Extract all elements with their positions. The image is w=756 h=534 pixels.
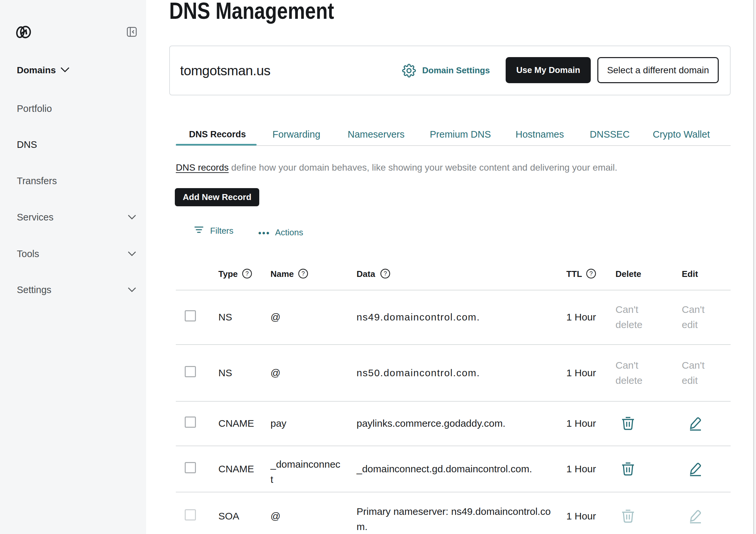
svg-text:?: ?	[384, 270, 387, 277]
svg-text:?: ?	[301, 270, 305, 277]
svg-text:?: ?	[245, 270, 249, 277]
svg-text:?: ?	[589, 270, 593, 277]
